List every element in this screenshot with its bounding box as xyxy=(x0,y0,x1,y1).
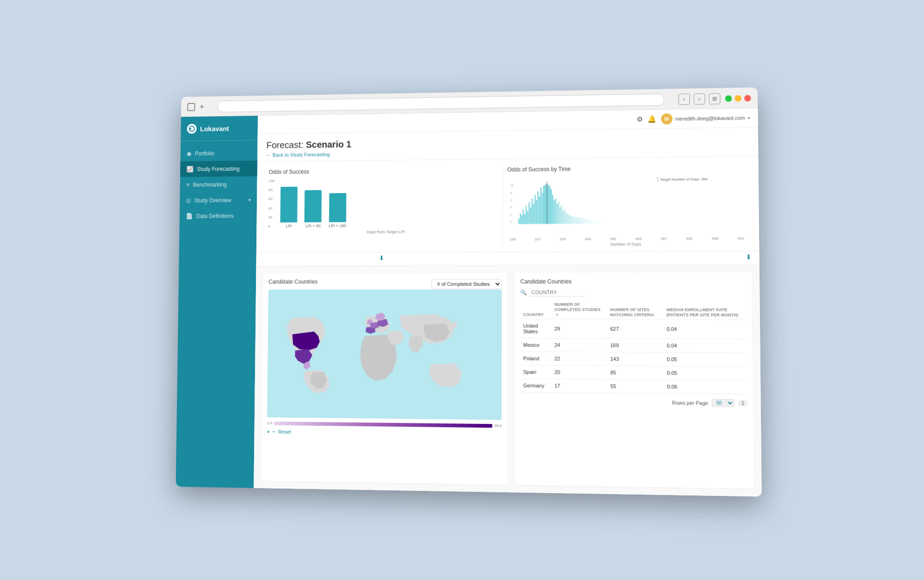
nav-back-button[interactable]: ‹ xyxy=(679,93,690,104)
rows-per-page-label: Rows per Page xyxy=(672,399,708,405)
charts-row: Odds of Success 100 80 60 40 20 0 xyxy=(256,156,759,253)
svg-rect-52 xyxy=(582,218,583,224)
bar-lpi180-label: LPI + 180 xyxy=(328,223,346,228)
search-icon: 🔍 xyxy=(520,289,527,295)
current-page-number: 1 xyxy=(739,400,748,406)
table-row-us: United States 29 627 0.04 xyxy=(520,319,747,339)
traffic-light-green[interactable] xyxy=(725,95,732,102)
svg-rect-67 xyxy=(604,223,605,224)
portfolio-icon: ◉ xyxy=(187,150,192,157)
svg-rect-57 xyxy=(589,219,590,224)
world-map-svg xyxy=(267,289,502,419)
x-label-199: 199 xyxy=(510,237,516,241)
sidebar-item-study-overview-label: Study Overview xyxy=(194,197,231,203)
svg-rect-13 xyxy=(526,205,527,224)
back-arrow-icon: ← Back to Study Forecasting xyxy=(266,151,330,157)
zoom-in-button[interactable]: + xyxy=(267,429,270,434)
svg-rect-61 xyxy=(595,221,596,224)
notification-icon[interactable]: 🔔 xyxy=(647,115,657,123)
svg-rect-39 xyxy=(563,211,564,224)
countries-panel: Candidate Countries 🔍 COUNTRY xyxy=(515,272,754,489)
svg-rect-36 xyxy=(558,202,559,224)
svg-rect-34 xyxy=(555,198,556,224)
x-label-535: 535 xyxy=(686,236,693,241)
bar-lpi-rect xyxy=(280,187,298,223)
chevron-down-icon: ▾ xyxy=(249,197,251,202)
traffic-lights xyxy=(725,95,751,102)
tab-add-button[interactable]: + xyxy=(200,102,204,111)
svg-rect-43 xyxy=(568,214,569,224)
svg-rect-8 xyxy=(518,218,519,224)
svg-rect-62 xyxy=(596,221,597,224)
cell-us-completed: 29 xyxy=(552,319,608,338)
col-sites-label: NUMBER OF SITES MATCHING CRITERIA xyxy=(610,307,654,317)
sidebar-item-portfolio[interactable]: ◉ Portfolio xyxy=(181,145,258,161)
svg-rect-29 xyxy=(549,186,550,224)
svg-rect-53 xyxy=(583,218,584,224)
app-container: Lokavant ◉ Portfolio 📈 Study Forecasting… xyxy=(176,108,761,496)
table-row-spain: Spain 20 85 0.05 xyxy=(520,365,747,381)
zoom-out-button[interactable]: − xyxy=(273,429,275,434)
bar-lpi180: LPI + 180 xyxy=(328,193,346,228)
cell-poland-sites: 143 xyxy=(608,352,664,366)
y-label-0: 0 xyxy=(268,224,274,228)
map-legend: 1.0 29.0 xyxy=(267,421,502,428)
settings-icon[interactable]: ⚙ xyxy=(636,115,642,123)
country-search-input[interactable] xyxy=(529,288,586,296)
rows-per-page-select[interactable]: 50 25 100 xyxy=(712,399,735,407)
sidebar-item-study-overview[interactable]: ◎ Study Overview ▾ xyxy=(180,192,257,208)
sidebar-item-benchmarking[interactable]: ≡ Benchmarking xyxy=(180,176,257,192)
table-header-row: COUNTRY NUMBER OF COMPLETED STUDIES ▼ NU… xyxy=(520,300,746,320)
svg-rect-46 xyxy=(573,216,574,224)
svg-rect-12 xyxy=(524,214,525,224)
bar-lpi90-rect xyxy=(304,190,322,222)
traffic-light-yellow[interactable] xyxy=(735,95,742,101)
sidebar-item-portfolio-label: Portfolio xyxy=(195,150,214,157)
cell-spain-sites: 85 xyxy=(608,366,664,380)
odds-chart-download-icon[interactable]: ⬇ xyxy=(379,254,384,261)
bar-lpi180-rect xyxy=(329,193,346,222)
data-definitions-icon: 📄 xyxy=(186,212,193,219)
odds-chart-x-label: Days from Target LPI xyxy=(276,229,498,235)
cell-spain-completed: 20 xyxy=(552,365,608,379)
study-overview-icon: ◎ xyxy=(186,197,191,204)
traffic-light-red[interactable] xyxy=(744,95,751,101)
sidebar-item-data-definitions[interactable]: 📄 Data Definitions xyxy=(180,207,257,224)
nav-forward-button[interactable]: › xyxy=(693,93,705,104)
x-label-247: 247 xyxy=(535,237,541,241)
map-header: Candidate Countries # of Completed Studi… xyxy=(268,278,502,289)
svg-rect-60 xyxy=(594,221,595,224)
svg-rect-19 xyxy=(535,194,535,224)
sidebar-nav: ◉ Portfolio 📈 Study Forecasting ≡ Benchm… xyxy=(176,140,257,488)
user-dropdown-icon[interactable]: ▾ xyxy=(748,115,750,120)
svg-rect-23 xyxy=(541,187,541,224)
sidebar-item-study-forecasting[interactable]: 📈 Study Forecasting xyxy=(180,160,257,177)
legend-min-label: 1.0 xyxy=(267,421,272,425)
svg-rect-31 xyxy=(551,189,552,224)
cell-germany-country: Germany xyxy=(520,379,552,393)
time-chart-download-icon[interactable]: ⬇ xyxy=(746,253,752,260)
cell-spain-country: Spain xyxy=(520,365,552,379)
logo-icon xyxy=(187,124,197,133)
address-bar[interactable] xyxy=(217,93,664,112)
sidebar-item-benchmarking-label: Benchmarking xyxy=(193,181,227,187)
odds-chart-panel: Odds of Success 100 80 60 40 20 0 xyxy=(263,166,503,248)
svg-text:8: 8 xyxy=(511,191,512,194)
x-label-343: 343 xyxy=(585,237,591,241)
browser-window: + ‹ › ⊞ xyxy=(176,87,761,496)
reset-button[interactable]: Reset xyxy=(278,429,291,434)
time-chart-panel: Odds of Success by Time Target Number of… xyxy=(503,164,751,247)
bar-lpi90-label: LPI + 90 xyxy=(305,224,321,228)
time-chart-x-axis-label: Number of Days xyxy=(507,241,747,247)
cell-us-enrollment: 0.04 xyxy=(664,319,747,339)
svg-rect-68 xyxy=(606,223,607,224)
world-map xyxy=(267,289,502,419)
countries-data-table: COUNTRY NUMBER OF COMPLETED STUDIES ▼ NU… xyxy=(520,300,747,394)
svg-rect-32 xyxy=(552,194,553,224)
y-label-80: 80 xyxy=(268,187,274,192)
time-chart-title: Odds of Success by Time xyxy=(507,164,746,173)
cell-poland-enrollment: 0.05 xyxy=(664,352,747,367)
sort-completed-icon[interactable]: ▼ xyxy=(555,312,559,316)
map-metric-dropdown[interactable]: # of Completed Studies# of SitesEnrollme… xyxy=(431,278,502,289)
layout-button[interactable]: ⊞ xyxy=(709,93,720,104)
